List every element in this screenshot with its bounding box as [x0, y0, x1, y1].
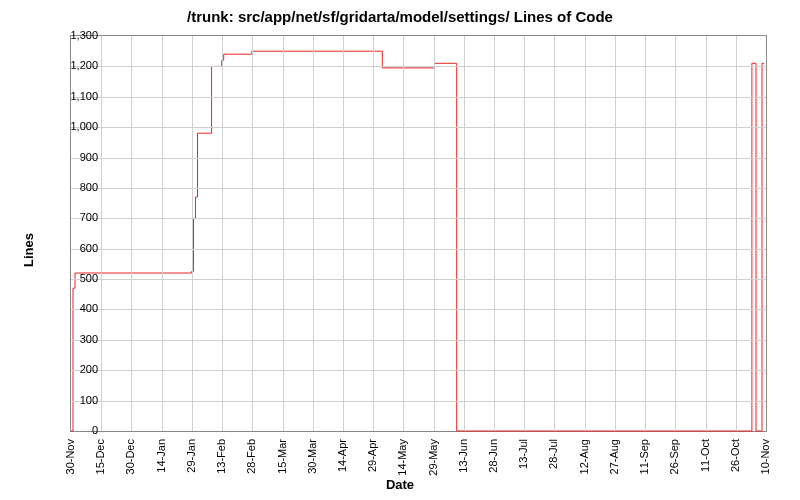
x-tick-label: 29-Jan — [185, 439, 197, 489]
x-tick-label: 13-Feb — [215, 439, 227, 489]
gridline-h — [71, 97, 766, 98]
y-tick-label: 0 — [92, 424, 98, 436]
y-tick-label: 800 — [80, 181, 98, 193]
gridline-v — [373, 36, 374, 431]
x-tick-label: 11-Oct — [699, 439, 711, 489]
x-tick-label: 14-May — [396, 439, 408, 489]
gridline-v — [706, 36, 707, 431]
gridline-v — [252, 36, 253, 431]
y-axis-label: Lines — [21, 233, 36, 267]
x-tick-label: 15-Mar — [276, 439, 288, 489]
gridline-v — [736, 36, 737, 431]
chart-title: /trunk: src/app/net/sf/gridarta/model/se… — [0, 8, 800, 25]
gridline-v — [494, 36, 495, 431]
y-tick-label: 700 — [80, 211, 98, 223]
x-tick-label: 30-Mar — [306, 439, 318, 489]
gridline-v — [162, 36, 163, 431]
x-tick-label: 28-Feb — [245, 439, 257, 489]
y-tick-label: 100 — [80, 394, 98, 406]
x-tick-label: 11-Sep — [638, 439, 650, 489]
x-tick-label: 15-Dec — [94, 439, 106, 489]
x-tick-label: 29-May — [427, 439, 439, 489]
gridline-v — [615, 36, 616, 431]
x-tick-label: 29-Apr — [366, 439, 378, 489]
gridline-v — [645, 36, 646, 431]
plot-area — [70, 35, 767, 432]
y-tick-label: 900 — [80, 151, 98, 163]
gridline-v — [434, 36, 435, 431]
x-tick-label: 10-Nov — [759, 439, 771, 489]
x-tick-label: 28-Jul — [547, 439, 559, 489]
x-tick-label: 13-Jun — [457, 439, 469, 489]
x-tick-label: 13-Jul — [517, 439, 529, 489]
x-tick-label: 12-Aug — [578, 439, 590, 489]
gridline-h — [71, 249, 766, 250]
x-tick-label: 30-Nov — [64, 439, 76, 489]
x-tick-label: 14-Apr — [336, 439, 348, 489]
gridline-v — [192, 36, 193, 431]
x-tick-label: 28-Jun — [487, 439, 499, 489]
gridline-v — [554, 36, 555, 431]
x-tick-label: 26-Oct — [729, 439, 741, 489]
gridline-v — [343, 36, 344, 431]
y-tick-label: 400 — [80, 302, 98, 314]
gridline-v — [524, 36, 525, 431]
y-tick-label: 500 — [80, 272, 98, 284]
y-tick-label: 600 — [80, 242, 98, 254]
x-tick-label: 27-Aug — [608, 439, 620, 489]
y-tick-label: 300 — [80, 333, 98, 345]
gridline-h — [71, 401, 766, 402]
gridline-v — [675, 36, 676, 431]
gridline-v — [464, 36, 465, 431]
gridline-h — [71, 188, 766, 189]
gridline-v — [131, 36, 132, 431]
gridline-h — [71, 279, 766, 280]
gridline-h — [71, 218, 766, 219]
gridline-v — [101, 36, 102, 431]
gridline-h — [71, 66, 766, 67]
gridline-v — [283, 36, 284, 431]
y-tick-label: 1,300 — [70, 29, 98, 41]
y-tick-label: 200 — [80, 363, 98, 375]
x-tick-label: 26-Sep — [668, 439, 680, 489]
gridline-h — [71, 340, 766, 341]
y-tick-label: 1,200 — [70, 59, 98, 71]
gridline-h — [71, 370, 766, 371]
y-tick-label: 1,100 — [70, 90, 98, 102]
gridline-h — [71, 309, 766, 310]
series-line — [71, 51, 764, 431]
gridline-v — [585, 36, 586, 431]
gridline-v — [313, 36, 314, 431]
gridline-h — [71, 158, 766, 159]
chart-container: /trunk: src/app/net/sf/gridarta/model/se… — [0, 0, 800, 500]
y-tick-label: 1,000 — [70, 120, 98, 132]
gridline-v — [403, 36, 404, 431]
x-tick-label: 30-Dec — [124, 439, 136, 489]
data-line-svg — [71, 36, 766, 431]
gridline-v — [222, 36, 223, 431]
x-tick-label: 14-Jan — [155, 439, 167, 489]
gridline-h — [71, 127, 766, 128]
